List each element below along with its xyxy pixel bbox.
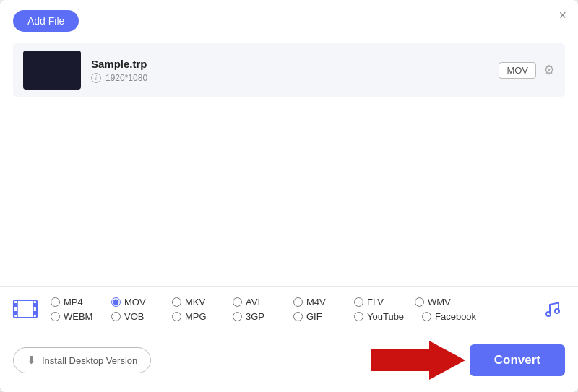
format-option-mp4[interactable]: MP4: [51, 297, 108, 308]
right-action-area: Convert: [371, 339, 565, 382]
format-option-webm[interactable]: WEBM: [51, 311, 108, 322]
format-option-3gp[interactable]: 3GP: [233, 311, 290, 322]
format-label-mov: MOV: [124, 297, 146, 308]
format-label-mkv: MKV: [185, 297, 205, 308]
format-label-mp4: MP4: [64, 297, 83, 308]
format-label-avi: AVI: [246, 297, 260, 308]
file-meta: i 1920*1080: [91, 73, 488, 83]
empty-area: [0, 165, 578, 286]
format-label-gif: GIF: [306, 311, 322, 322]
format-option-wmv[interactable]: WMV: [415, 297, 473, 308]
main-dialog: Add File × Sample.trp i 1920*1080 MOV ⚙: [0, 0, 578, 392]
file-name: Sample.trp: [91, 58, 488, 70]
download-icon: ⬇: [27, 354, 36, 367]
svg-marker-9: [371, 341, 465, 380]
format-label-3gp: 3GP: [246, 311, 264, 322]
format-option-gif[interactable]: GIF: [293, 311, 351, 322]
file-list: Sample.trp i 1920*1080 MOV ⚙: [0, 39, 578, 165]
format-label-flv: FLV: [367, 297, 384, 308]
format-label-facebook: Facebook: [435, 311, 476, 322]
svg-point-8: [555, 309, 559, 313]
install-label: Install Desktop Version: [42, 355, 137, 366]
dialog-header: Add File ×: [0, 0, 578, 39]
format-option-avi[interactable]: AVI: [233, 297, 290, 308]
format-label-webm: WEBM: [64, 311, 92, 322]
format-option-mkv[interactable]: MKV: [172, 297, 230, 308]
format-option-flv[interactable]: FLV: [354, 297, 412, 308]
video-format-icon[interactable]: [10, 294, 40, 324]
add-file-button[interactable]: Add File: [13, 10, 79, 32]
format-label-m4v: M4V: [306, 297, 326, 308]
arrow-indicator: [371, 339, 465, 382]
format-badge-button[interactable]: MOV: [499, 62, 536, 79]
convert-button[interactable]: Convert: [470, 344, 565, 376]
action-bar: ⬇ Install Desktop Version Convert: [0, 331, 578, 392]
bottom-bar: MP4 MOV MKV AVI: [0, 286, 578, 392]
file-info: Sample.trp i 1920*1080: [91, 58, 488, 83]
svg-point-7: [546, 312, 551, 316]
format-option-mov[interactable]: MOV: [111, 297, 169, 308]
close-button[interactable]: ×: [558, 9, 566, 22]
gear-icon[interactable]: ⚙: [543, 62, 555, 78]
audio-format-icon[interactable]: [538, 294, 568, 324]
file-thumbnail: [23, 51, 81, 90]
info-icon: i: [91, 73, 101, 83]
format-option-vob[interactable]: VOB: [111, 311, 169, 322]
format-option-youtube[interactable]: YouTube: [354, 311, 419, 322]
format-label-wmv: WMV: [428, 297, 451, 308]
file-resolution: 1920*1080: [105, 73, 147, 83]
format-option-mpg[interactable]: MPG: [172, 311, 230, 322]
format-label-youtube: YouTube: [367, 311, 404, 322]
format-label-mpg: MPG: [185, 311, 207, 322]
format-label-vob: VOB: [124, 311, 144, 322]
format-option-facebook[interactable]: Facebook: [422, 311, 487, 322]
install-desktop-button[interactable]: ⬇ Install Desktop Version: [13, 347, 151, 373]
format-option-m4v[interactable]: M4V: [293, 297, 351, 308]
format-selector: MP4 MOV MKV AVI: [0, 287, 578, 331]
file-actions: MOV ⚙: [499, 62, 555, 79]
file-item: Sample.trp i 1920*1080 MOV ⚙: [13, 43, 565, 97]
